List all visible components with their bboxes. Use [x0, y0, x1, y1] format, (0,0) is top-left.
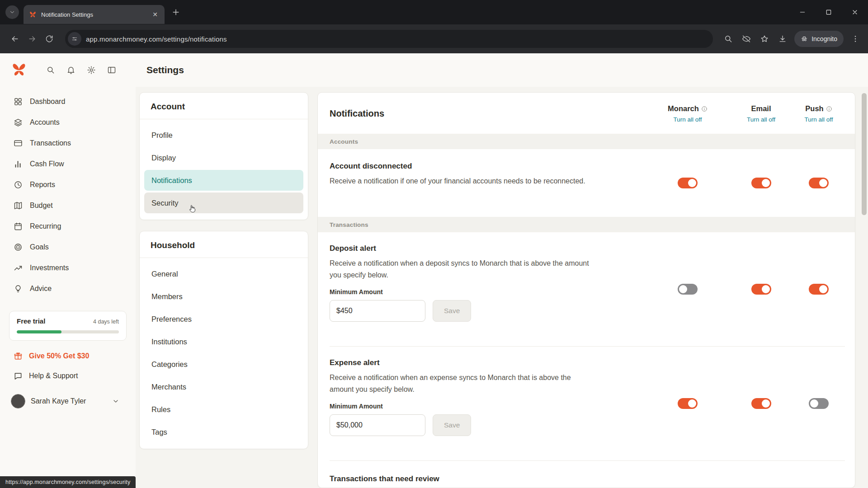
chat-icon: [14, 371, 23, 380]
kebab-menu-icon: [851, 34, 860, 43]
avatar: [11, 394, 25, 408]
sidebar-item-investments[interactable]: Investments: [0, 258, 136, 278]
help-support-link[interactable]: Help & Support: [0, 364, 136, 384]
user-menu[interactable]: Sarah Kaye Tyler: [0, 390, 136, 412]
cash-flow-icon: [14, 160, 23, 169]
trial-title: Free trial: [17, 317, 45, 325]
new-tab-button[interactable]: [168, 5, 184, 20]
password-visibility-button[interactable]: [738, 31, 755, 47]
settings-nav-profile[interactable]: Profile: [144, 125, 303, 145]
settings-nav-notifications[interactable]: Notifications: [144, 170, 303, 191]
settings-nav-security[interactable]: Security: [144, 192, 303, 213]
row-title: Account disconnected: [330, 162, 645, 171]
sidebar-item-reports[interactable]: Reports: [0, 174, 136, 195]
close-button[interactable]: [842, 0, 868, 24]
app-body: Dashboard Accounts Transactions Cash Flo…: [0, 87, 868, 488]
url-bar[interactable]: app.monarchmoney.com/settings/notificati…: [65, 30, 713, 48]
tab-search-button[interactable]: [5, 5, 19, 19]
forward-button[interactable]: [24, 30, 41, 47]
toggle-deposit-email[interactable]: [751, 284, 771, 295]
minimize-icon: [799, 9, 806, 16]
maximize-button[interactable]: [816, 0, 842, 24]
minimize-button[interactable]: [789, 0, 816, 24]
sidebar-item-transactions[interactable]: Transactions: [0, 133, 136, 154]
sidebar-label: Budget: [30, 202, 53, 210]
monarch-logo: [11, 62, 27, 78]
sidebar-item-advice[interactable]: Advice: [0, 278, 136, 299]
info-icon[interactable]: [701, 106, 708, 112]
settings-nav-members[interactable]: Members: [144, 286, 303, 307]
toggle-expense-monarch[interactable]: [678, 398, 698, 409]
search-button[interactable]: [46, 66, 56, 75]
expense-amount-input[interactable]: [330, 414, 425, 436]
panel-icon: [107, 66, 116, 75]
investments-icon: [14, 263, 23, 272]
toggle-deposit-monarch[interactable]: [678, 284, 698, 295]
incognito-badge: Incognito: [794, 31, 844, 47]
sidebar-toggle-button[interactable]: [107, 66, 117, 75]
maximize-icon: [825, 9, 832, 16]
nav-item-label: Preferences: [151, 315, 192, 324]
reports-icon: [14, 180, 23, 189]
turn-all-off-email[interactable]: Turn all off: [747, 116, 775, 123]
downloads-button[interactable]: [774, 31, 791, 47]
row-account-disconnected: Account disconnected Receive a notificat…: [318, 149, 855, 217]
toggle-expense-push[interactable]: [809, 398, 829, 409]
column-label: Push: [805, 104, 823, 113]
settings-nav-tags[interactable]: Tags: [144, 422, 303, 442]
zoom-button[interactable]: [720, 31, 736, 47]
back-button[interactable]: [6, 30, 24, 47]
settings-gear-button[interactable]: [87, 66, 96, 75]
sidebar-item-budget[interactable]: Budget: [0, 195, 136, 216]
household-card-title: Household: [140, 231, 308, 258]
sidebar-label: Investments: [30, 264, 69, 272]
tab-close-icon[interactable]: ✕: [150, 9, 160, 19]
close-icon: [851, 9, 859, 16]
deposit-save-button[interactable]: Save: [433, 300, 471, 322]
info-icon[interactable]: [826, 106, 832, 112]
transactions-icon: [14, 139, 23, 148]
browser-menu-button[interactable]: [847, 31, 863, 47]
settings-nav-merchants[interactable]: Merchants: [144, 376, 303, 397]
site-info-button[interactable]: [68, 32, 81, 46]
notifications-bell-button[interactable]: [66, 66, 76, 75]
sidebar-item-cash-flow[interactable]: Cash Flow: [0, 154, 136, 174]
sidebar-item-accounts[interactable]: Accounts: [0, 112, 136, 133]
scrollbar-thumb[interactable]: [862, 93, 867, 215]
reload-button[interactable]: [41, 30, 58, 47]
referral-promo-link[interactable]: Give 50% Get $30: [0, 343, 136, 364]
sidebar-item-dashboard[interactable]: Dashboard: [0, 91, 136, 112]
settings-nav-display[interactable]: Display: [144, 147, 303, 168]
settings-nav-institutions[interactable]: Institutions: [144, 331, 303, 352]
budget-icon: [14, 201, 23, 210]
status-bar-link-preview: https://app.monarchmoney.com/settings/se…: [0, 476, 136, 488]
window-controls: [789, 0, 868, 24]
settings-nav-preferences[interactable]: Preferences: [144, 309, 303, 329]
gear-icon: [87, 66, 96, 75]
sidebar-item-recurring[interactable]: Recurring: [0, 216, 136, 237]
notifications-header: Notifications Monarch Turn all off Email…: [318, 93, 855, 134]
settings-nav-general[interactable]: General: [144, 263, 303, 284]
notifications-panel: Notifications Monarch Turn all off Email…: [317, 92, 855, 488]
incognito-icon: [801, 35, 808, 42]
toggle-account-disconnected-monarch[interactable]: [678, 178, 698, 188]
plus-icon: [171, 8, 180, 17]
sidebar: Dashboard Accounts Transactions Cash Flo…: [0, 87, 136, 488]
browser-tab[interactable]: Notification Settings ✕: [24, 5, 165, 24]
forward-icon: [28, 34, 37, 43]
expense-save-button[interactable]: Save: [433, 414, 471, 436]
turn-all-off-monarch[interactable]: Turn all off: [673, 116, 702, 123]
toggle-deposit-push[interactable]: [809, 284, 829, 295]
toggle-account-disconnected-email[interactable]: [751, 178, 771, 188]
nav-item-label: Tags: [151, 428, 167, 436]
turn-all-off-push[interactable]: Turn all off: [804, 116, 833, 123]
toggle-account-disconnected-push[interactable]: [809, 178, 829, 188]
sidebar-item-goals[interactable]: Goals: [0, 237, 136, 258]
deposit-amount-input[interactable]: [330, 300, 425, 322]
toggle-expense-email[interactable]: [751, 398, 771, 409]
bookmark-button[interactable]: [756, 31, 773, 47]
page-scrollbar[interactable]: [862, 93, 867, 488]
sidebar-label: Cash Flow: [30, 160, 64, 168]
settings-nav-rules[interactable]: Rules: [144, 399, 303, 420]
settings-nav-categories[interactable]: Categories: [144, 354, 303, 375]
